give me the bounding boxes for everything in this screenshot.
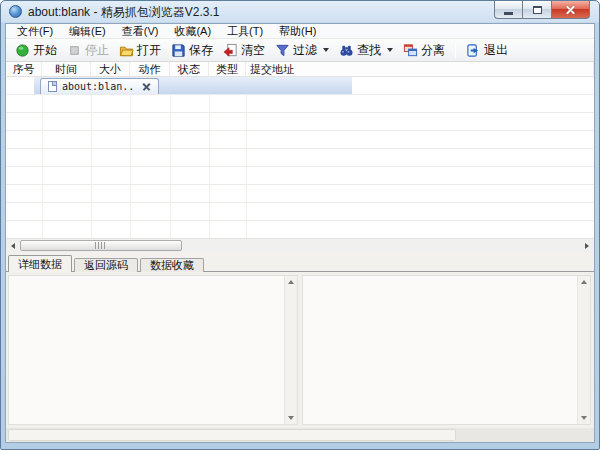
scrollbar-grip-icon (95, 242, 107, 249)
save-disk-icon (171, 43, 186, 58)
column-header-status[interactable]: 状态 (170, 62, 209, 76)
grid-column-line (91, 77, 92, 238)
maximize-icon (533, 6, 542, 14)
arrow-right-icon (585, 243, 589, 249)
menu-favorites[interactable]: 收藏(A) (166, 24, 219, 39)
tab-response-source[interactable]: 返回源码 (74, 258, 138, 272)
horizontal-scrollbar[interactable] (6, 238, 594, 252)
menu-view[interactable]: 查看(V) (114, 24, 167, 39)
close-button[interactable] (552, 1, 590, 19)
grid-column-line (209, 77, 210, 238)
menu-file[interactable]: 文件(F) (9, 24, 61, 39)
capture-list-header: 序号 时间 大小 动作 状态 类型 提交地址 (6, 62, 594, 77)
caption-buttons (494, 1, 590, 19)
client-area: 文件(F) 编辑(E) 查看(V) 收藏(A) 工具(T) 帮助(H) 开始 停… (5, 23, 595, 443)
tab-detail-data-label: 详细数据 (18, 257, 62, 272)
tab-data-favorites-label: 数据收藏 (150, 258, 194, 273)
filter-dropdown-icon[interactable] (323, 48, 329, 52)
column-header-type[interactable]: 类型 (209, 62, 246, 76)
column-header-action[interactable]: 动作 (130, 62, 170, 76)
menu-tools[interactable]: 工具(T) (219, 24, 271, 39)
detail-panel-left[interactable] (8, 275, 298, 425)
bottom-scroll-strip[interactable] (6, 428, 594, 442)
tab-data-favorites[interactable]: 数据收藏 (140, 258, 204, 272)
detach-button[interactable]: 分离 (398, 40, 450, 61)
close-icon (565, 4, 576, 15)
menu-help[interactable]: 帮助(H) (271, 24, 324, 39)
column-header-size[interactable]: 大小 (91, 62, 130, 76)
menu-edit[interactable]: 编辑(E) (61, 24, 114, 39)
column-header-time[interactable]: 时间 (42, 62, 91, 76)
find-label: 查找 (357, 42, 381, 59)
exit-label: 退出 (484, 42, 508, 59)
detail-left-scrollbar[interactable] (284, 276, 297, 424)
toolbar: 开始 停止 打开 保存 (6, 39, 594, 62)
filter-label: 过滤 (293, 42, 317, 59)
session-tab-close-icon[interactable] (142, 82, 151, 91)
session-tab[interactable]: about:blan.. (40, 78, 159, 94)
app-window: about:blank - 精易抓包浏览器V2.3.1 文件(F) 编辑(E) … (0, 0, 600, 450)
save-label: 保存 (189, 42, 213, 59)
arrow-left-icon (11, 243, 15, 249)
minimize-icon (504, 12, 513, 15)
document-icon (48, 81, 57, 92)
grid-column-line (170, 77, 171, 238)
scroll-left-button[interactable] (6, 239, 20, 252)
detail-panel-right[interactable] (302, 275, 591, 425)
stop-icon (67, 43, 82, 58)
clear-page-icon (223, 43, 238, 58)
column-header-index[interactable]: 序号 (6, 62, 42, 76)
clear-label: 清空 (241, 42, 265, 59)
arrow-up-icon (288, 280, 294, 284)
detach-label: 分离 (421, 42, 445, 59)
clear-button[interactable]: 清空 (218, 40, 270, 61)
open-label: 打开 (137, 42, 161, 59)
app-icon (9, 5, 22, 18)
grid-column-line (246, 77, 247, 238)
window-title: about:blank - 精易抓包浏览器V2.3.1 (28, 1, 219, 23)
filter-button[interactable]: 过滤 (270, 40, 334, 61)
scroll-right-button[interactable] (580, 239, 594, 252)
detail-right-scrollbar[interactable] (577, 276, 590, 424)
session-tab-label: about:blan.. (62, 81, 134, 92)
find-binoculars-icon (339, 43, 354, 58)
scrollbar-thumb[interactable] (20, 240, 182, 251)
save-button[interactable]: 保存 (166, 40, 218, 61)
bottom-tab-bar: 详细数据 返回源码 数据收藏 (6, 255, 594, 272)
filter-funnel-icon (275, 43, 290, 58)
exit-button[interactable]: 退出 (461, 40, 513, 61)
start-button[interactable]: 开始 (10, 40, 62, 61)
tab-response-source-label: 返回源码 (84, 258, 128, 273)
column-header-url[interactable]: 提交地址 (246, 62, 594, 76)
arrow-up-icon (581, 280, 587, 284)
find-dropdown-icon[interactable] (387, 48, 393, 52)
start-label: 开始 (33, 42, 57, 59)
session-tab-strip: about:blan.. (34, 77, 352, 94)
arrow-down-icon (581, 416, 587, 420)
minimize-button[interactable] (494, 1, 523, 19)
arrow-down-icon (288, 416, 294, 420)
find-button[interactable]: 查找 (334, 40, 398, 61)
toolbar-separator (455, 42, 456, 58)
grid-column-line (42, 77, 43, 238)
detach-windows-icon (403, 43, 418, 58)
start-icon (15, 43, 30, 58)
grid-column-line (130, 77, 131, 238)
title-bar: about:blank - 精易抓包浏览器V2.3.1 (1, 1, 599, 23)
menu-bar: 文件(F) 编辑(E) 查看(V) 收藏(A) 工具(T) 帮助(H) (6, 24, 594, 39)
open-button[interactable]: 打开 (114, 40, 166, 61)
bottom-scrollbar-thumb[interactable] (8, 429, 456, 441)
stop-label: 停止 (85, 42, 109, 59)
maximize-button[interactable] (523, 1, 552, 19)
exit-icon (466, 43, 481, 58)
tab-detail-data[interactable]: 详细数据 (8, 255, 72, 272)
open-folder-icon (119, 43, 134, 58)
stop-button[interactable]: 停止 (62, 40, 114, 61)
detail-tab-page (6, 271, 594, 442)
capture-list-body[interactable]: about:blan.. (6, 77, 594, 238)
